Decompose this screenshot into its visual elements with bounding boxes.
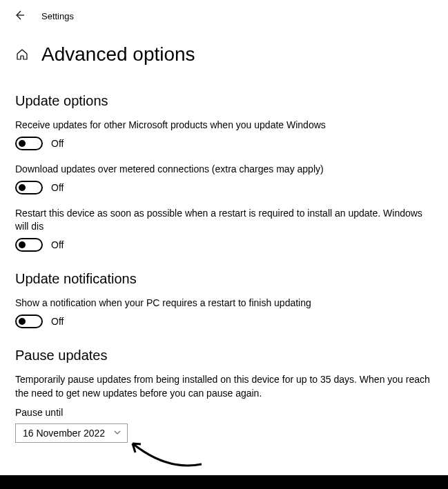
heading-row: Advanced options — [0, 30, 448, 70]
toggle-row-other-products: Off — [15, 137, 433, 150]
toggle-metered[interactable] — [15, 181, 43, 194]
toggle-restart-asap[interactable] — [15, 238, 43, 252]
toggle-state-restart-asap: Off — [51, 239, 64, 250]
toggle-restart-notify[interactable] — [15, 315, 43, 328]
opt-label-metered: Download updates over metered connection… — [15, 163, 433, 175]
top-bar: Settings — [0, 0, 448, 30]
pause-description: Temporarily pause updates from being ins… — [15, 373, 433, 400]
section-pause-updates: Pause updates — [15, 348, 433, 363]
settings-crumb: Settings — [41, 11, 74, 21]
section-update-options: Update options — [15, 93, 433, 109]
back-icon[interactable] — [14, 10, 25, 23]
pause-until-dropdown[interactable]: 16 November 2022 — [15, 423, 128, 443]
chevron-down-icon — [113, 428, 121, 438]
content: Update options Receive updates for other… — [0, 70, 448, 443]
page-title: Advanced options — [41, 43, 195, 66]
toggle-other-products[interactable] — [15, 137, 43, 150]
toggle-row-metered: Off — [15, 181, 433, 194]
toggle-state-metered: Off — [51, 182, 64, 193]
opt-label-restart-asap: Restart this device as soon as possible … — [15, 207, 433, 232]
pause-until-label: Pause until — [15, 407, 433, 418]
toggle-row-restart-asap: Off — [15, 238, 433, 252]
pause-until-value: 16 November 2022 — [23, 428, 105, 439]
toggle-state-other-products: Off — [51, 138, 64, 149]
opt-label-other-products: Receive updates for other Microsoft prod… — [15, 119, 433, 131]
toggle-state-restart-notify: Off — [51, 316, 64, 327]
home-icon[interactable] — [15, 48, 29, 61]
toggle-row-restart-notify: Off — [15, 315, 433, 328]
section-update-notifications: Update notifications — [15, 271, 433, 287]
bottom-bar — [0, 475, 448, 489]
opt-label-restart-notify: Show a notification when your PC require… — [15, 297, 433, 309]
